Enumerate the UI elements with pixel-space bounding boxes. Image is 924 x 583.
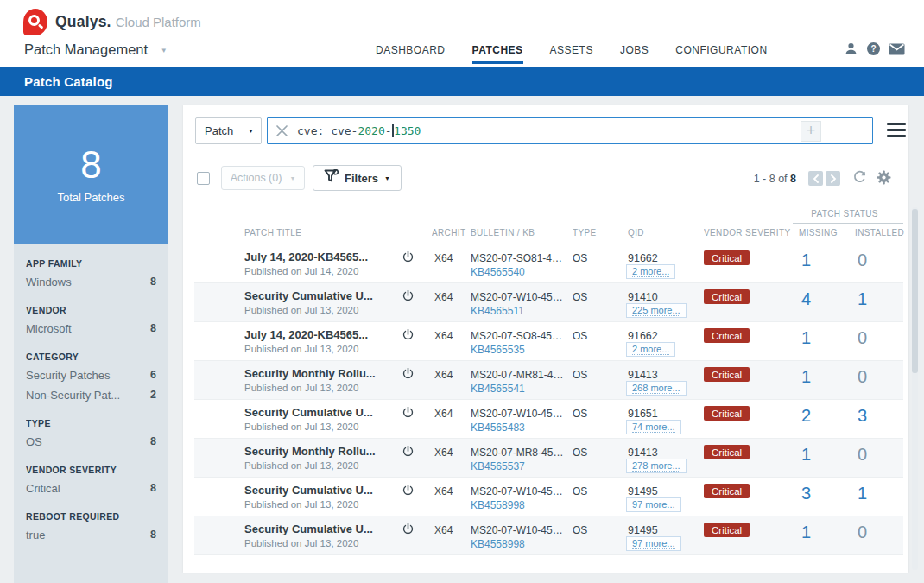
search-input[interactable]: cve: cve-2020-1350 [267, 117, 873, 144]
module-switcher[interactable]: Patch Management ▼ [24, 41, 168, 58]
facet-item-label: Critical [26, 482, 60, 495]
clear-search-icon[interactable] [275, 124, 288, 137]
col-header-installed[interactable]: INSTALLED [855, 227, 904, 238]
table-row[interactable]: Security Cumulative U... Published on Ju… [194, 400, 903, 439]
gear-icon[interactable] [877, 170, 891, 188]
kb-link[interactable]: KB4558998 [471, 538, 525, 550]
more-qids-link[interactable]: 97 more... [626, 536, 681, 551]
col-header-missing[interactable]: MISSING [799, 227, 838, 238]
kb-link[interactable]: KB4565541 [471, 383, 525, 395]
table-row[interactable]: Security Cumulative U... Published on Ju… [194, 478, 903, 516]
architecture: X64 [434, 330, 453, 342]
add-query-button[interactable]: + [801, 121, 821, 142]
select-all-checkbox[interactable] [197, 172, 210, 185]
more-qids-link[interactable]: 2 more... [626, 342, 675, 357]
kb-link[interactable]: KB4565535 [471, 344, 525, 356]
top-header: Qualys. Cloud Platform Patch Management … [0, 0, 924, 67]
table-row[interactable]: July 14, 2020-KB4565... Published on Jul… [194, 322, 903, 361]
refresh-icon[interactable] [852, 170, 867, 188]
table-row[interactable]: Security Monthly Rollu... Published on J… [194, 361, 903, 400]
table-row[interactable]: Security Cumulative U... Published on Ju… [194, 283, 903, 322]
patch-title[interactable]: Security Cumulative U... [244, 289, 396, 302]
kb-link[interactable]: KB4558998 [471, 499, 525, 511]
installed-count[interactable]: 0 [858, 328, 867, 348]
facet-item[interactable]: OS 8 [26, 435, 156, 448]
patch-title[interactable]: July 14, 2020-KB4565... [244, 328, 396, 341]
more-qids-link[interactable]: 74 more... [626, 420, 681, 434]
nav-tab-label: JOBS [620, 44, 649, 56]
nav-tab[interactable]: PATCHES [472, 44, 523, 64]
bulletin: MS20-07-W10-455... [471, 524, 566, 536]
nav-tab[interactable]: JOBS [620, 44, 649, 64]
prev-page-button[interactable] [808, 171, 823, 186]
more-qids-link[interactable]: 2 more... [626, 264, 675, 279]
kb-link[interactable]: KB4565537 [471, 460, 525, 472]
nav-tab[interactable]: CONFIGURATION [675, 44, 767, 64]
table-row[interactable]: Security Cumulative U... Published on Ju… [194, 516, 903, 555]
help-icon[interactable]: ? [866, 41, 881, 56]
missing-count[interactable]: 1 [801, 523, 811, 542]
facet-item[interactable]: Non-Security Pat... 2 [26, 389, 156, 402]
more-qids-link[interactable]: 97 more... [626, 497, 681, 512]
col-header-architecture[interactable]: ARCHIT [432, 227, 465, 238]
installed-count[interactable]: 0 [858, 367, 867, 387]
missing-count[interactable]: 1 [801, 328, 811, 348]
missing-count[interactable]: 3 [801, 484, 811, 504]
table-row[interactable]: July 14, 2020-KB4565... Published on Jul… [194, 244, 903, 283]
col-header-qid[interactable]: QID [628, 227, 644, 238]
nav-tab[interactable]: ASSETS [550, 44, 593, 64]
facet-section: CATEGORY Security Patches 6 Non-Security… [14, 337, 168, 403]
mail-icon[interactable] [889, 43, 905, 55]
facet-item[interactable]: Critical 8 [26, 482, 156, 495]
col-header-patch-title[interactable]: PATCH TITLE [244, 227, 301, 238]
actions-button[interactable]: Actions (0) ▼ [221, 166, 305, 190]
architecture: X64 [434, 369, 453, 381]
menu-icon[interactable] [887, 123, 906, 141]
severity-badge: Critical [704, 445, 750, 459]
installed-count[interactable]: 1 [858, 484, 867, 504]
scrollbar-track[interactable] [912, 207, 918, 570]
col-header-bulletin-kb[interactable]: BULLETIN / KB [471, 227, 535, 238]
missing-count[interactable]: 1 [801, 367, 811, 387]
bulletin: MS20-07-MR81-45... [471, 369, 566, 381]
patch-title[interactable]: Security Monthly Rollu... [244, 445, 396, 458]
kb-link[interactable]: KB4565483 [471, 421, 525, 434]
next-page-button[interactable] [826, 171, 840, 186]
installed-count[interactable]: 1 [858, 289, 867, 309]
more-qids-link[interactable]: 268 more... [626, 381, 687, 396]
facet-item[interactable]: true 8 [26, 529, 156, 542]
facet-item-label: true [26, 529, 45, 542]
installed-count[interactable]: 0 [858, 445, 867, 465]
kb-link[interactable]: KB4565511 [471, 305, 524, 317]
search-scope-select[interactable]: Patch ▼ [195, 117, 262, 144]
scrollbar-thumb[interactable] [912, 209, 918, 373]
col-header-vendor-severity[interactable]: VENDOR SEVERITY [704, 227, 790, 238]
col-header-type[interactable]: TYPE [573, 227, 597, 238]
patch-title[interactable]: Security Cumulative U... [244, 406, 396, 419]
installed-count[interactable]: 0 [858, 523, 867, 542]
kb-link[interactable]: KB4565540 [471, 266, 525, 278]
nav-tab[interactable]: DASHBOARD [376, 44, 446, 64]
facet-item[interactable]: Security Patches 6 [26, 369, 156, 382]
facet-item[interactable]: Windows 8 [26, 276, 156, 288]
patch-title[interactable]: July 14, 2020-KB4565... [244, 250, 396, 263]
installed-count[interactable]: 0 [858, 250, 867, 270]
more-qids-link[interactable]: 278 more... [626, 459, 687, 473]
missing-count[interactable]: 2 [801, 406, 811, 426]
total-patches-label: Total Patches [57, 191, 124, 204]
facet-item[interactable]: Microsoft 8 [26, 322, 156, 335]
table-row[interactable]: Security Monthly Rollu... Published on J… [194, 439, 903, 478]
more-qids-link[interactable]: 225 more... [626, 303, 687, 318]
missing-count[interactable]: 1 [801, 250, 811, 270]
patch-title[interactable]: Security Cumulative U... [244, 523, 396, 535]
patch-title[interactable]: Security Cumulative U... [244, 484, 396, 497]
missing-count[interactable]: 4 [801, 289, 811, 309]
group-divider [793, 223, 903, 224]
filters-button[interactable]: Filters ▼ [313, 165, 402, 191]
reboot-required-icon [402, 445, 415, 460]
missing-count[interactable]: 1 [801, 445, 811, 465]
installed-count[interactable]: 3 [858, 406, 867, 426]
user-icon[interactable] [844, 41, 858, 56]
patch-title[interactable]: Security Monthly Rollu... [244, 367, 396, 380]
patch-catalog-panel: Patch ▼ cve: cve-2020-1350 + Actions (0)… [183, 105, 908, 573]
